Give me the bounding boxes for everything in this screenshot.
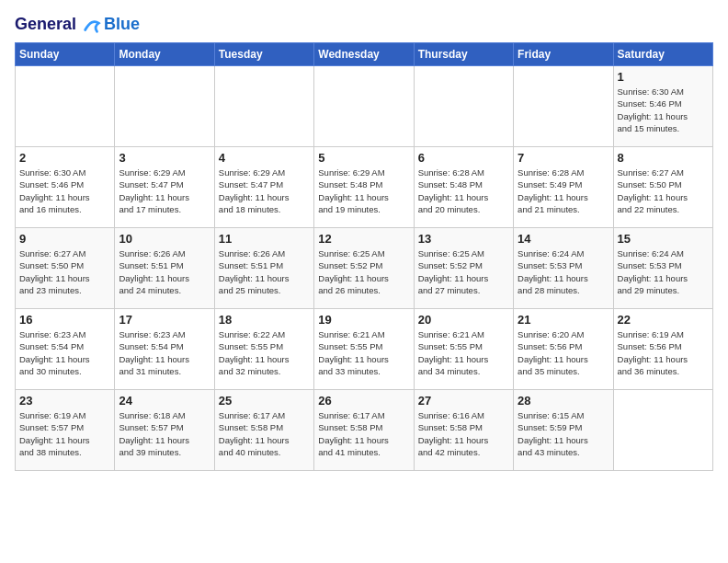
calendar-cell: 23Sunrise: 6:19 AM Sunset: 5:57 PM Dayli… bbox=[16, 390, 115, 471]
day-number: 14 bbox=[518, 232, 609, 246]
calendar-cell: 28Sunrise: 6:15 AM Sunset: 5:59 PM Dayli… bbox=[514, 390, 613, 471]
logo-blue: Blue bbox=[104, 16, 140, 34]
day-info: Sunrise: 6:29 AM Sunset: 5:48 PM Dayligh… bbox=[318, 167, 409, 215]
day-info: Sunrise: 6:28 AM Sunset: 5:48 PM Dayligh… bbox=[418, 167, 509, 215]
day-info: Sunrise: 6:26 AM Sunset: 5:51 PM Dayligh… bbox=[119, 247, 210, 296]
day-info: Sunrise: 6:22 AM Sunset: 5:55 PM Dayligh… bbox=[219, 328, 310, 377]
calendar-cell: 19Sunrise: 6:21 AM Sunset: 5:55 PM Dayli… bbox=[314, 309, 414, 390]
day-info: Sunrise: 6:21 AM Sunset: 5:55 PM Dayligh… bbox=[318, 328, 409, 377]
day-info: Sunrise: 6:19 AM Sunset: 5:56 PM Dayligh… bbox=[618, 328, 709, 377]
day-info: Sunrise: 6:24 AM Sunset: 5:53 PM Dayligh… bbox=[618, 247, 709, 296]
calendar-cell: 11Sunrise: 6:26 AM Sunset: 5:51 PM Dayli… bbox=[214, 228, 313, 309]
calendar-cell: 1Sunrise: 6:30 AM Sunset: 5:46 PM Daylig… bbox=[613, 66, 712, 147]
day-info: Sunrise: 6:29 AM Sunset: 5:47 PM Dayligh… bbox=[219, 167, 310, 215]
day-info: Sunrise: 6:17 AM Sunset: 5:58 PM Dayligh… bbox=[219, 409, 310, 458]
day-number: 1 bbox=[618, 70, 709, 84]
calendar-cell bbox=[214, 66, 313, 147]
day-info: Sunrise: 6:30 AM Sunset: 5:46 PM Dayligh… bbox=[19, 167, 110, 215]
day-info: Sunrise: 6:28 AM Sunset: 5:49 PM Dayligh… bbox=[518, 167, 609, 215]
day-number: 2 bbox=[19, 151, 110, 165]
calendar-cell: 22Sunrise: 6:19 AM Sunset: 5:56 PM Dayli… bbox=[613, 309, 712, 390]
calendar-cell bbox=[613, 390, 712, 471]
day-number: 7 bbox=[518, 151, 609, 165]
day-info: Sunrise: 6:26 AM Sunset: 5:51 PM Dayligh… bbox=[219, 247, 310, 296]
day-number: 15 bbox=[618, 232, 709, 246]
day-number: 11 bbox=[219, 232, 310, 246]
calendar-cell bbox=[115, 66, 214, 147]
calendar-cell: 4Sunrise: 6:29 AM Sunset: 5:47 PM Daylig… bbox=[214, 147, 313, 228]
calendar-cell: 18Sunrise: 6:22 AM Sunset: 5:55 PM Dayli… bbox=[214, 309, 313, 390]
calendar-cell: 17Sunrise: 6:23 AM Sunset: 5:54 PM Dayli… bbox=[115, 309, 214, 390]
day-info: Sunrise: 6:30 AM Sunset: 5:46 PM Dayligh… bbox=[618, 86, 709, 134]
calendar-cell: 5Sunrise: 6:29 AM Sunset: 5:48 PM Daylig… bbox=[314, 147, 414, 228]
calendar-cell: 21Sunrise: 6:20 AM Sunset: 5:56 PM Dayli… bbox=[514, 309, 613, 390]
day-number: 23 bbox=[19, 394, 110, 408]
day-info: Sunrise: 6:21 AM Sunset: 5:55 PM Dayligh… bbox=[418, 328, 509, 377]
day-info: Sunrise: 6:17 AM Sunset: 5:58 PM Dayligh… bbox=[318, 409, 409, 458]
calendar-cell: 10Sunrise: 6:26 AM Sunset: 5:51 PM Dayli… bbox=[115, 228, 214, 309]
calendar-cell bbox=[314, 66, 414, 147]
calendar-cell: 25Sunrise: 6:17 AM Sunset: 5:58 PM Dayli… bbox=[214, 390, 313, 471]
calendar-cell: 2Sunrise: 6:30 AM Sunset: 5:46 PM Daylig… bbox=[16, 147, 115, 228]
weekday-header-sunday: Sunday bbox=[16, 43, 115, 66]
day-number: 17 bbox=[119, 313, 210, 327]
calendar-cell bbox=[16, 66, 115, 147]
day-info: Sunrise: 6:25 AM Sunset: 5:52 PM Dayligh… bbox=[418, 247, 509, 296]
weekday-header-friday: Friday bbox=[514, 43, 613, 66]
calendar-cell bbox=[514, 66, 613, 147]
calendar-cell: 15Sunrise: 6:24 AM Sunset: 5:53 PM Dayli… bbox=[613, 228, 712, 309]
day-info: Sunrise: 6:27 AM Sunset: 5:50 PM Dayligh… bbox=[618, 167, 709, 215]
day-number: 21 bbox=[518, 313, 609, 327]
calendar-cell: 24Sunrise: 6:18 AM Sunset: 5:57 PM Dayli… bbox=[115, 390, 214, 471]
calendar-cell: 12Sunrise: 6:25 AM Sunset: 5:52 PM Dayli… bbox=[314, 228, 414, 309]
day-info: Sunrise: 6:24 AM Sunset: 5:53 PM Dayligh… bbox=[518, 247, 609, 296]
day-number: 16 bbox=[19, 313, 110, 327]
calendar-cell: 7Sunrise: 6:28 AM Sunset: 5:49 PM Daylig… bbox=[514, 147, 613, 228]
day-number: 4 bbox=[219, 151, 310, 165]
day-number: 13 bbox=[418, 232, 509, 246]
weekday-header-tuesday: Tuesday bbox=[214, 43, 313, 66]
day-number: 12 bbox=[318, 232, 409, 246]
calendar-cell: 8Sunrise: 6:27 AM Sunset: 5:50 PM Daylig… bbox=[613, 147, 712, 228]
logo: General Blue bbox=[15, 15, 140, 35]
calendar-table: SundayMondayTuesdayWednesdayThursdayFrid… bbox=[15, 42, 713, 471]
calendar-cell: 20Sunrise: 6:21 AM Sunset: 5:55 PM Dayli… bbox=[414, 309, 513, 390]
day-number: 26 bbox=[318, 394, 409, 408]
calendar-cell bbox=[414, 66, 513, 147]
day-info: Sunrise: 6:19 AM Sunset: 5:57 PM Dayligh… bbox=[19, 409, 110, 458]
day-number: 9 bbox=[19, 232, 110, 246]
day-number: 3 bbox=[119, 151, 210, 165]
day-info: Sunrise: 6:18 AM Sunset: 5:57 PM Dayligh… bbox=[119, 409, 210, 458]
day-number: 20 bbox=[418, 313, 509, 327]
day-number: 27 bbox=[418, 394, 509, 408]
day-info: Sunrise: 6:20 AM Sunset: 5:56 PM Dayligh… bbox=[518, 328, 609, 377]
day-number: 24 bbox=[119, 394, 210, 408]
day-number: 5 bbox=[318, 151, 409, 165]
day-info: Sunrise: 6:16 AM Sunset: 5:58 PM Dayligh… bbox=[418, 409, 509, 458]
day-number: 19 bbox=[318, 313, 409, 327]
calendar-cell: 9Sunrise: 6:27 AM Sunset: 5:50 PM Daylig… bbox=[16, 228, 115, 309]
calendar-cell: 26Sunrise: 6:17 AM Sunset: 5:58 PM Dayli… bbox=[314, 390, 414, 471]
day-number: 10 bbox=[119, 232, 210, 246]
day-info: Sunrise: 6:23 AM Sunset: 5:54 PM Dayligh… bbox=[119, 328, 210, 377]
weekday-header-thursday: Thursday bbox=[414, 43, 513, 66]
calendar-cell: 6Sunrise: 6:28 AM Sunset: 5:48 PM Daylig… bbox=[414, 147, 513, 228]
calendar-cell: 3Sunrise: 6:29 AM Sunset: 5:47 PM Daylig… bbox=[115, 147, 214, 228]
day-info: Sunrise: 6:15 AM Sunset: 5:59 PM Dayligh… bbox=[518, 409, 609, 458]
calendar-cell: 27Sunrise: 6:16 AM Sunset: 5:58 PM Dayli… bbox=[414, 390, 513, 471]
calendar-cell: 16Sunrise: 6:23 AM Sunset: 5:54 PM Dayli… bbox=[16, 309, 115, 390]
day-number: 28 bbox=[518, 394, 609, 408]
day-info: Sunrise: 6:23 AM Sunset: 5:54 PM Dayligh… bbox=[19, 328, 110, 377]
day-number: 25 bbox=[219, 394, 310, 408]
weekday-header-saturday: Saturday bbox=[613, 43, 712, 66]
day-number: 6 bbox=[418, 151, 509, 165]
day-number: 22 bbox=[618, 313, 709, 327]
day-info: Sunrise: 6:27 AM Sunset: 5:50 PM Dayligh… bbox=[19, 247, 110, 296]
calendar-cell: 13Sunrise: 6:25 AM Sunset: 5:52 PM Dayli… bbox=[414, 228, 513, 309]
day-info: Sunrise: 6:29 AM Sunset: 5:47 PM Dayligh… bbox=[119, 167, 210, 215]
day-number: 8 bbox=[618, 151, 709, 165]
day-info: Sunrise: 6:25 AM Sunset: 5:52 PM Dayligh… bbox=[318, 247, 409, 296]
calendar-cell: 14Sunrise: 6:24 AM Sunset: 5:53 PM Dayli… bbox=[514, 228, 613, 309]
weekday-header-monday: Monday bbox=[115, 43, 214, 66]
day-number: 18 bbox=[219, 313, 310, 327]
